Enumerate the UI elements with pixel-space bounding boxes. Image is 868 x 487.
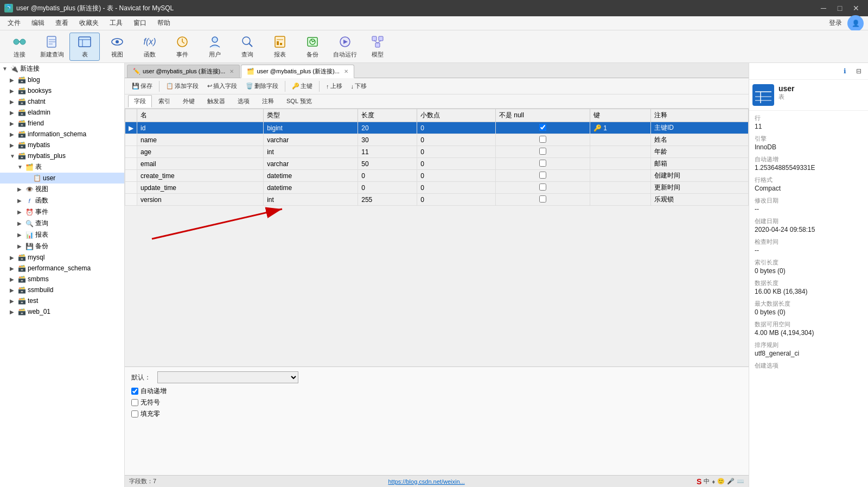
close-button[interactable]: ✕ — [848, 1, 864, 16]
menu-edit[interactable]: 编辑 — [26, 17, 50, 29]
unsigned-checkbox[interactable] — [131, 399, 138, 406]
table-row[interactable]: update_timedatetime00更新时间 — [125, 182, 749, 194]
sidebar-views-group[interactable]: ▶ 👁️ 视图 — [0, 184, 124, 195]
menu-file[interactable]: 文件 — [2, 17, 26, 29]
insert-field-button[interactable]: ↩ 插入字段 — [203, 80, 241, 92]
toolbar-report-label: 报表 — [274, 50, 286, 59]
field-tab-comment[interactable]: 注释 — [256, 95, 280, 107]
sidebar-tables-group[interactable]: ▼ 🗂️ 表 — [0, 161, 124, 173]
sidebar-db-mybatis-plus[interactable]: ▼ 🗃️ mybatis_plus — [0, 150, 124, 161]
field-notnull[interactable] — [495, 182, 590, 194]
add-field-button[interactable]: 📋 添加字段 — [162, 80, 202, 92]
toolbar-event[interactable]: 事件 — [167, 33, 197, 61]
delete-field-button[interactable]: 🗑️ 删除字段 — [242, 80, 282, 92]
table-row[interactable]: ▶idbigint200🔑 1主键ID — [125, 122, 749, 134]
sidebar-functions-group[interactable]: ▶ f 函数 — [0, 195, 124, 206]
user-avatar[interactable]: 👤 — [847, 15, 864, 31]
sidebar-db-mybatis[interactable]: ▶ 🗃️ mybatis — [0, 140, 124, 150]
field-notnull[interactable] — [495, 146, 590, 158]
sidebar-connection[interactable]: ▼ 🔌 新连接 — [0, 63, 124, 74]
field-length: 50 — [358, 158, 417, 170]
field-notnull[interactable] — [495, 158, 590, 170]
sidebar-db-booksys[interactable]: ▶ 🗃️ booksys — [0, 85, 124, 96]
field-tab-index[interactable]: 索引 — [152, 95, 176, 107]
sidebar-db-chatnt[interactable]: ▶ 🗃️ chatnt — [0, 96, 124, 107]
tab-table-close[interactable]: ✕ — [344, 68, 348, 74]
statusbar-icon-1: S — [697, 477, 701, 486]
db-icon-mysql: 🗃️ — [17, 253, 26, 262]
menu-help[interactable]: 帮助 — [152, 17, 176, 29]
expand-chatnt-icon: ▶ — [10, 99, 16, 105]
sidebar-db-blog[interactable]: ▶ 🗃️ blog — [0, 74, 124, 85]
backup-icon-sidebar: 💾 — [25, 242, 34, 251]
menu-favorites[interactable]: 收藏夹 — [74, 17, 104, 29]
db-information-schema-label: information_schema — [28, 130, 86, 138]
field-comment: 邮箱 — [651, 158, 749, 170]
right-panel-info-button[interactable]: ℹ — [839, 65, 851, 77]
primary-key-button[interactable]: 🔑 主键 — [288, 80, 316, 92]
move-up-button[interactable]: ↑ 上移 — [322, 80, 346, 92]
default-select[interactable] — [157, 371, 298, 383]
menu-window[interactable]: 窗口 — [128, 17, 152, 29]
sidebar-db-test[interactable]: ▶ 🗃️ test — [0, 295, 124, 306]
field-tab-foreign[interactable]: 外键 — [177, 95, 201, 107]
sidebar-backup-group[interactable]: ▶ 💾 备份 — [0, 241, 124, 252]
tab-table[interactable]: 🗂️ user @mybatis_plus (新连接)... ✕ — [241, 65, 354, 78]
field-notnull[interactable] — [495, 170, 590, 182]
sidebar-db-friend[interactable]: ▶ 🗃️ friend — [0, 118, 124, 129]
expand-views-icon: ▶ — [17, 186, 24, 192]
field-name: id — [137, 122, 264, 134]
field-notnull[interactable] — [495, 194, 590, 206]
toolbar-function[interactable]: f(x) 函数 — [135, 33, 165, 61]
login-button[interactable]: 登录 — [824, 17, 847, 29]
field-tab-fields[interactable]: 字段 — [128, 95, 152, 107]
tables-label: 表 — [35, 162, 42, 172]
toolbar-table[interactable]: 表 — [69, 33, 100, 61]
field-tab-sql[interactable]: SQL 预览 — [280, 95, 318, 107]
field-key — [590, 194, 650, 206]
toolbar-connect[interactable]: 连接 — [4, 33, 35, 61]
sidebar-db-ssmbuild[interactable]: ▶ 🗃️ ssmbuild — [0, 284, 124, 295]
toolbar-model[interactable]: 模型 — [362, 33, 393, 61]
save-button[interactable]: 💾 保存 — [128, 80, 156, 92]
menu-tools[interactable]: 工具 — [104, 17, 128, 29]
field-notnull[interactable] — [495, 122, 590, 134]
sidebar-reports-group[interactable]: ▶ 📊 报表 — [0, 229, 124, 241]
sidebar-db-performance-schema[interactable]: ▶ 🗃️ performance_schema — [0, 263, 124, 274]
table-row[interactable]: ageint110年龄 — [125, 146, 749, 158]
menu-view[interactable]: 查看 — [50, 17, 74, 29]
table-row[interactable]: versionint2550乐观锁 — [125, 194, 749, 206]
right-panel-row-label: 索引长度 — [755, 258, 863, 267]
table-row[interactable]: emailvarchar500邮箱 — [125, 158, 749, 170]
right-panel-refresh-button[interactable]: ⊟ — [853, 65, 865, 77]
zerofill-checkbox[interactable] — [131, 410, 138, 418]
sidebar-events-group[interactable]: ▶ ⏰ 事件 — [0, 206, 124, 218]
toolbar-user[interactable]: 用户 — [200, 33, 230, 61]
move-down-button[interactable]: ↓ 下移 — [347, 80, 371, 92]
sidebar-db-smbms[interactable]: ▶ 🗃️ smbms — [0, 274, 124, 284]
toolbar-backup[interactable]: 备份 — [297, 33, 328, 61]
toolbar-query[interactable]: 查询 — [232, 33, 263, 61]
field-tab-options[interactable]: 选项 — [232, 95, 256, 107]
right-panel-section: 行11引擎InnoDB自动递增1.25364885549331E行格式Compa… — [749, 111, 868, 378]
toolbar-autorun[interactable]: 自动运行 — [330, 33, 360, 61]
toolbar-view[interactable]: 视图 — [102, 33, 132, 61]
sidebar-db-information-schema[interactable]: ▶ 🗃️ information_schema — [0, 129, 124, 140]
sidebar-queries-group[interactable]: ▶ 🔍 查询 — [0, 218, 124, 229]
sidebar-db-mysql[interactable]: ▶ 🗃️ mysql — [0, 252, 124, 263]
minimize-button[interactable]: ─ — [816, 1, 831, 16]
toolbar-report[interactable]: 报表 — [265, 33, 295, 61]
right-panel-row-label: 创建选项 — [755, 362, 863, 370]
tab-query-close[interactable]: ✕ — [229, 68, 234, 74]
maximize-button[interactable]: □ — [832, 1, 847, 16]
auto-increment-checkbox[interactable] — [131, 388, 138, 395]
toolbar-new-query[interactable]: 新建查询 — [37, 33, 67, 61]
table-row[interactable]: namevarchar300姓名 — [125, 134, 749, 146]
tab-query[interactable]: ✏️ user @mybatis_plus (新连接)... ✕ — [127, 65, 240, 78]
sidebar-db-web01[interactable]: ▶ 🗃️ web_01 — [0, 306, 124, 317]
sidebar-table-user[interactable]: ▶ 📋 user — [0, 173, 124, 184]
field-tab-trigger[interactable]: 触发器 — [201, 95, 231, 107]
table-row[interactable]: create_timedatetime00创建时间 — [125, 170, 749, 182]
field-notnull[interactable] — [495, 134, 590, 146]
sidebar-db-eladmin[interactable]: ▶ 🗃️ eladmin — [0, 107, 124, 118]
